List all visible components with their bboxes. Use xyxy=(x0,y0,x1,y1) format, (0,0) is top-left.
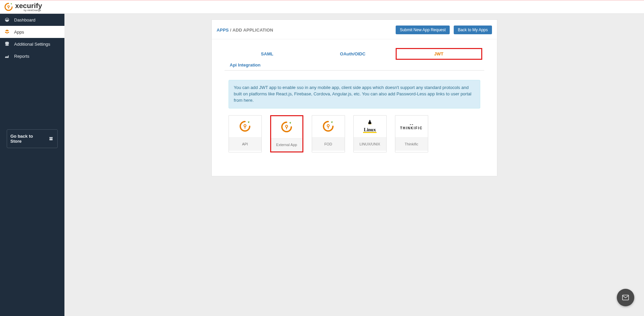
tabs: SAML OAuth/OIDC JWT Api Integration xyxy=(225,48,484,71)
nav-settings[interactable]: Additional Settings xyxy=(0,38,64,50)
card-api-icon xyxy=(229,116,261,137)
tab-jwt[interactable]: JWT xyxy=(396,48,482,60)
card-thinkific-label: Thinkific xyxy=(395,137,428,151)
svg-rect-6 xyxy=(245,126,245,129)
top-header: xecurify by miniOrange xyxy=(0,0,644,14)
svg-rect-8 xyxy=(286,127,287,129)
sidebar: Dashboard Apps Additional Settings Repor… xyxy=(0,14,64,316)
svg-rect-10 xyxy=(328,126,329,129)
info-box: You can add JWT app to enable sso in any… xyxy=(229,80,480,108)
submit-app-request-button[interactable]: Submit New App Request xyxy=(396,26,450,34)
card-api-label: API xyxy=(229,137,261,151)
nav-dashboard[interactable]: Dashboard xyxy=(0,14,64,26)
main-content: APPS / ADD APPLICATION Submit New App Re… xyxy=(64,14,644,316)
thinkific-icon: --THINKIFIC xyxy=(395,116,428,137)
svg-point-12 xyxy=(370,121,370,121)
svg-rect-1 xyxy=(8,7,9,9)
svg-point-4 xyxy=(5,44,9,46)
nav-apps[interactable]: Apps xyxy=(0,26,64,38)
brand-sub: by miniOrange xyxy=(15,9,42,12)
contact-fab[interactable] xyxy=(617,289,634,306)
crumb-page: ADD APPLICATION xyxy=(233,28,273,33)
nav-label: Apps xyxy=(14,30,24,35)
mail-icon xyxy=(621,294,631,301)
card-fod[interactable]: FOD xyxy=(312,115,345,152)
database-icon xyxy=(4,41,10,47)
nav-reports[interactable]: Reports xyxy=(0,50,64,62)
card-api[interactable]: API xyxy=(229,115,262,152)
logo[interactable]: xecurify by miniOrange xyxy=(4,2,42,12)
breadcrumb: APPS / ADD APPLICATION xyxy=(217,28,274,33)
tab-saml[interactable]: SAML xyxy=(225,48,310,60)
back-to-store-button[interactable]: Go back to Store xyxy=(7,129,58,148)
app-cards: API External App xyxy=(229,115,484,152)
nav-label: Dashboard xyxy=(14,17,36,22)
back-to-my-apps-button[interactable]: Back to My Apps xyxy=(454,26,492,34)
tab-api-integration[interactable]: Api Integration xyxy=(225,60,266,70)
card-external-label: External App xyxy=(271,138,302,151)
back-store-label: Go back to Store xyxy=(10,134,45,144)
card-fod-label: FOD xyxy=(312,137,345,151)
svg-point-11 xyxy=(369,121,369,121)
card-thinkific[interactable]: --THINKIFIC Thinkific xyxy=(395,115,428,152)
card-fod-icon xyxy=(312,116,345,137)
nav-label: Reports xyxy=(14,54,30,59)
linux-icon: Linux xyxy=(354,116,386,137)
dashboard-icon xyxy=(4,17,10,23)
logo-icon xyxy=(4,2,13,11)
apps-icon xyxy=(4,29,10,35)
store-icon xyxy=(48,136,54,141)
card-external-app[interactable]: External App xyxy=(270,115,303,152)
card-linux[interactable]: Linux LINUX/UNIX xyxy=(353,115,387,152)
tab-oauth[interactable]: OAuth/OIDC xyxy=(310,48,396,60)
panel-header: APPS / ADD APPLICATION Submit New App Re… xyxy=(212,20,497,39)
svg-point-3 xyxy=(5,43,9,44)
nav-label: Additional Settings xyxy=(14,42,50,47)
brand-name: xecurify xyxy=(15,2,42,9)
panel: APPS / ADD APPLICATION Submit New App Re… xyxy=(211,19,497,176)
card-linux-label: LINUX/UNIX xyxy=(354,137,386,151)
chart-icon xyxy=(4,53,10,59)
card-external-icon xyxy=(271,116,302,138)
crumb-root[interactable]: APPS xyxy=(217,28,229,33)
crumb-sep: / xyxy=(230,28,232,33)
